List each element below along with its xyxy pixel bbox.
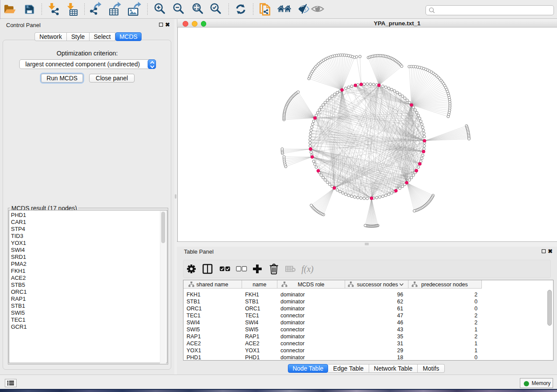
svg-text:f(x): f(x)	[301, 264, 314, 274]
